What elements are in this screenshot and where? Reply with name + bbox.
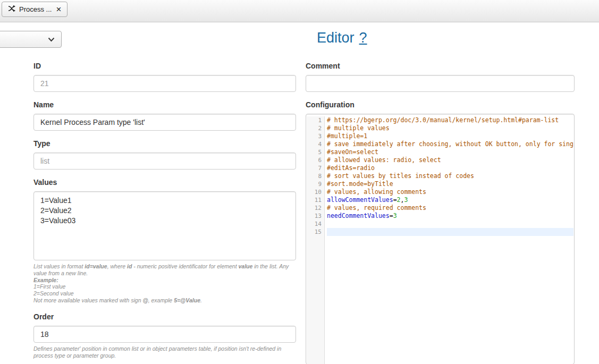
editor-page: Process ... × Editor? ID Name Type (0, 0, 599, 364)
id-label: ID (33, 62, 296, 70)
id-input[interactable] (33, 75, 296, 92)
code-line[interactable]: allowCommentValues=2,3 (327, 196, 573, 204)
code-line[interactable]: # allowed values: radio, select (327, 156, 573, 164)
comment-input[interactable] (306, 75, 575, 92)
line-number: 15 (307, 228, 322, 236)
configuration-gutter: 123456789101112131415 (307, 116, 325, 364)
values-help: List values in format id=value, where id… (33, 263, 296, 304)
name-group: Name (33, 100, 296, 131)
configuration-group: Configuration 123456789101112131415 # ht… (306, 100, 575, 364)
line-number: 2 (307, 124, 322, 132)
type-group: Type (33, 139, 296, 170)
comment-label: Comment (306, 62, 575, 70)
line-number: 6 (307, 156, 322, 164)
configuration-code[interactable]: # https://bgerp.org/doc/3.0/manual/kerne… (325, 116, 573, 364)
code-line[interactable]: # sort values by titles instead of codes (327, 172, 573, 180)
page-title-row: Editor? (317, 30, 367, 46)
line-number: 1 (307, 116, 322, 124)
code-line[interactable] (327, 228, 573, 236)
line-number: 9 (307, 180, 322, 188)
values-textarea[interactable]: 1=Value1 2=Value2 3=Value03 (33, 191, 296, 260)
line-number: 11 (307, 196, 322, 204)
type-input[interactable] (33, 153, 296, 170)
code-line[interactable]: # https://bgerp.org/doc/3.0/manual/kerne… (327, 116, 573, 124)
order-input[interactable] (33, 326, 296, 343)
type-label: Type (33, 139, 296, 148)
order-group: Order Defines parameter' position in com… (33, 312, 296, 359)
code-line[interactable]: needCommentValues=3 (327, 212, 573, 220)
line-number: 3 (307, 132, 322, 140)
code-line[interactable]: #editAs=radio (327, 164, 573, 172)
tab-label: Process ... (19, 5, 52, 13)
close-icon[interactable]: × (55, 5, 62, 14)
line-number: 14 (307, 220, 322, 228)
line-number: 13 (307, 212, 322, 220)
code-line[interactable]: # save immediately after choosing, witho… (327, 140, 573, 148)
order-label: Order (33, 312, 296, 321)
page-title: Editor (317, 30, 355, 46)
line-number: 7 (307, 164, 322, 172)
chevron-down-icon (48, 35, 55, 44)
right-column: Comment Configuration 123456789101112131… (306, 62, 575, 364)
line-number: 8 (307, 172, 322, 180)
code-line[interactable]: # values, allowing comments (327, 188, 573, 196)
type-select[interactable] (0, 31, 62, 48)
code-line[interactable]: # multiple values (327, 124, 573, 132)
shuffle-icon (8, 5, 15, 14)
line-number: 5 (307, 148, 322, 156)
code-line[interactable]: #saveOn=select (327, 148, 573, 156)
code-line[interactable]: # values, required comments (327, 204, 573, 212)
left-column: ID Name Type Values 1=Value1 2=Value2 3=… (33, 62, 296, 364)
line-number: 12 (307, 204, 322, 212)
configuration-editor[interactable]: 123456789101112131415 # https://bgerp.or… (306, 114, 575, 364)
code-mirror: 123456789101112131415 # https://bgerp.or… (307, 116, 573, 364)
editor-form: ID Name Type Values 1=Value1 2=Value2 3=… (0, 62, 599, 364)
code-line[interactable] (327, 220, 573, 228)
name-input[interactable] (33, 114, 296, 131)
name-label: Name (33, 100, 296, 109)
help-link[interactable]: ? (359, 30, 367, 46)
line-number: 10 (307, 188, 322, 196)
values-group: Values 1=Value1 2=Value2 3=Value03 List … (33, 178, 296, 304)
code-line[interactable]: #multiple=1 (327, 132, 573, 140)
tab-bar: Process ... × (0, 0, 599, 22)
configuration-label: Configuration (306, 100, 575, 109)
code-line[interactable]: #sort.mode=byTitle (327, 180, 573, 188)
line-number: 4 (307, 140, 322, 148)
id-group: ID (33, 62, 296, 92)
comment-group: Comment (306, 62, 575, 92)
order-help: Defines parameter' position in common li… (33, 345, 296, 359)
tab-process[interactable]: Process ... × (2, 2, 68, 17)
values-label: Values (33, 178, 296, 187)
